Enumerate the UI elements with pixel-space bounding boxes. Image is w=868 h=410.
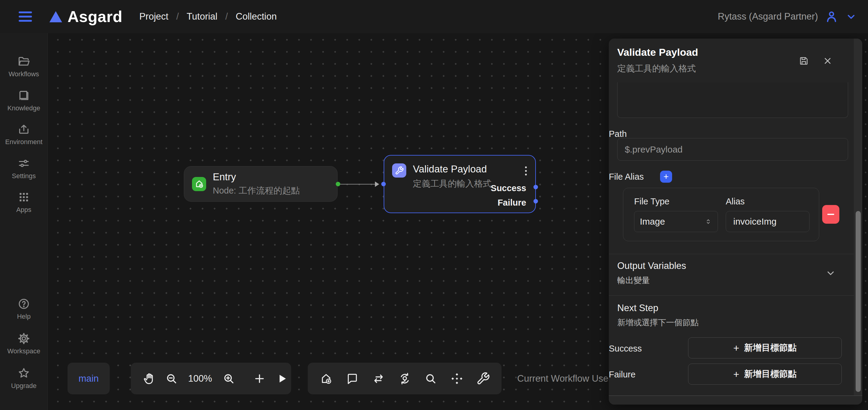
sidebar-item-workspace[interactable]: Workspace: [0, 332, 48, 355]
add-target-node-success-button[interactable]: + 新增目標節點: [688, 338, 842, 358]
edge-connector: [338, 184, 378, 184]
breadcrumb: Project / Tutorial / Collection: [139, 11, 277, 22]
next-step-subtitle: 新增或選擇下一個節點: [617, 317, 699, 328]
panel-subtitle: 定義工具的輸入格式: [617, 63, 696, 75]
panel-footer: [609, 396, 862, 405]
star-icon: [17, 367, 30, 380]
account-menu[interactable]: Rytass (Asgard Partner): [718, 10, 858, 24]
idea-refresh-icon[interactable]: [397, 371, 412, 386]
branch-label: main: [79, 373, 98, 384]
section-divider: [609, 254, 854, 254]
pan-hand-icon[interactable]: [142, 371, 156, 386]
sliders-icon: [17, 157, 30, 170]
save-icon[interactable]: [797, 54, 810, 67]
node-validate-payload[interactable]: Validate Payload 定義工具的輸入格式 Success Failu…: [384, 155, 536, 213]
entry-output-port[interactable]: [336, 182, 340, 186]
branch-button[interactable]: main: [67, 363, 110, 394]
sidebar-item-knowledge[interactable]: Knowledge: [0, 89, 48, 112]
add-entry-node-icon[interactable]: [318, 371, 334, 386]
close-icon[interactable]: [821, 54, 834, 67]
user-icon: [825, 10, 838, 24]
file-alias-label: File Alias: [609, 172, 644, 182]
search-icon[interactable]: [423, 371, 438, 386]
help-circle-icon: [17, 297, 30, 311]
breadcrumb-item-tutorial[interactable]: Tutorial: [187, 11, 217, 22]
book-icon: [17, 89, 30, 102]
chevron-down-icon: [845, 10, 857, 23]
sidebar-item-label: Knowledge: [7, 104, 40, 112]
breadcrumb-separator: /: [176, 11, 179, 22]
schema-textarea[interactable]: [617, 82, 848, 118]
sidebar-item-workflows[interactable]: Workflows: [0, 55, 48, 78]
logo-triangle-icon: [50, 11, 62, 22]
node-validate-text: Validate Payload 定義工具的輸入格式: [413, 164, 492, 190]
node-title: Validate Payload: [413, 164, 492, 175]
output-variables-subtitle: 輸出變量: [617, 275, 650, 286]
alias-label: Alias: [726, 197, 745, 206]
minus-icon: [827, 214, 834, 215]
asgard-logo: Asgard: [50, 7, 122, 26]
file-type-value: Image: [640, 216, 704, 227]
sidebar-item-label: Help: [17, 313, 30, 320]
fit-view-icon[interactable]: [449, 371, 465, 386]
node-config-panel: Validate Payload 定義工具的輸入格式 Path File Ali…: [609, 38, 862, 405]
add-target-node-label: 新增目標節點: [744, 368, 797, 380]
section-divider: [609, 295, 854, 296]
file-type-select[interactable]: Image: [634, 211, 718, 232]
port-label-success: Success: [491, 183, 526, 193]
sidebar-item-environment[interactable]: Environment: [0, 123, 48, 146]
tool-wrench-icon[interactable]: [475, 371, 491, 386]
zoom-in-icon[interactable]: [222, 371, 236, 386]
zoom-out-icon[interactable]: [164, 371, 179, 386]
swap-arrows-icon[interactable]: [371, 371, 386, 386]
workflow-usage-status: Current Workflow Used: [517, 373, 614, 384]
breadcrumb-item-project[interactable]: Project: [139, 11, 168, 22]
file-alias-card: File Type Alias Image: [623, 188, 819, 241]
node-entry-text: Entry Node: 工作流程的起點: [213, 171, 300, 197]
zoom-level-label[interactable]: 100%: [187, 373, 213, 384]
sidebar-item-label: Environment: [5, 138, 42, 146]
sidebar-item-label: Apps: [16, 206, 31, 214]
collapse-chevron-icon[interactable]: [824, 266, 837, 280]
remove-alias-button[interactable]: [822, 205, 839, 224]
sidebar-item-label: Workflows: [8, 70, 39, 78]
breadcrumb-item-collection[interactable]: Collection: [236, 11, 277, 22]
sidebar-item-apps[interactable]: Apps: [0, 191, 48, 214]
panel-scrollbar-thumb[interactable]: [856, 211, 861, 392]
select-chevrons-icon: [704, 218, 712, 226]
sidebar-item-upgrade[interactable]: Upgrade: [0, 367, 48, 390]
node-subtitle: Node: 工作流程的起點: [213, 185, 300, 197]
node-title: Entry: [213, 171, 300, 183]
folder-icon: [17, 55, 30, 68]
sidebar-item-settings[interactable]: Settings: [0, 157, 48, 180]
output-variables-title: Output Variables: [617, 261, 686, 271]
next-step-title: Next Step: [617, 303, 658, 314]
add-target-node-label: 新增目標節點: [744, 342, 797, 354]
success-row-label: Success: [609, 344, 642, 354]
run-icon[interactable]: [275, 371, 289, 386]
wrench-icon: [392, 164, 406, 178]
validate-input-port[interactable]: [381, 182, 386, 186]
sidebar-item-label: Settings: [12, 172, 36, 180]
house-plus-icon: [192, 177, 206, 191]
node-menu-kebab-icon[interactable]: [524, 165, 528, 177]
comment-icon[interactable]: [344, 371, 360, 386]
sidebar-item-label: Upgrade: [11, 382, 36, 390]
edge-arrowhead-icon: [375, 181, 379, 187]
alias-input[interactable]: [726, 211, 809, 232]
hamburger-menu-icon[interactable]: [19, 11, 32, 22]
node-tools-toolbar: [308, 363, 501, 394]
add-target-node-failure-button[interactable]: + 新增目標節點: [688, 363, 842, 385]
path-input[interactable]: [617, 138, 848, 161]
port-label-failure: Failure: [498, 198, 526, 208]
logo-text: Asgard: [67, 7, 122, 26]
add-file-alias-button[interactable]: +: [660, 171, 672, 183]
left-sidebar: Workflows Knowledge Environment Settings…: [0, 33, 48, 410]
validate-failure-port[interactable]: [533, 199, 538, 204]
add-icon[interactable]: [253, 371, 267, 386]
path-label: Path: [609, 129, 627, 139]
validate-success-port[interactable]: [533, 185, 538, 189]
file-type-label: File Type: [634, 197, 670, 206]
node-entry[interactable]: Entry Node: 工作流程的起點: [184, 166, 338, 202]
sidebar-item-help[interactable]: Help: [0, 297, 48, 320]
